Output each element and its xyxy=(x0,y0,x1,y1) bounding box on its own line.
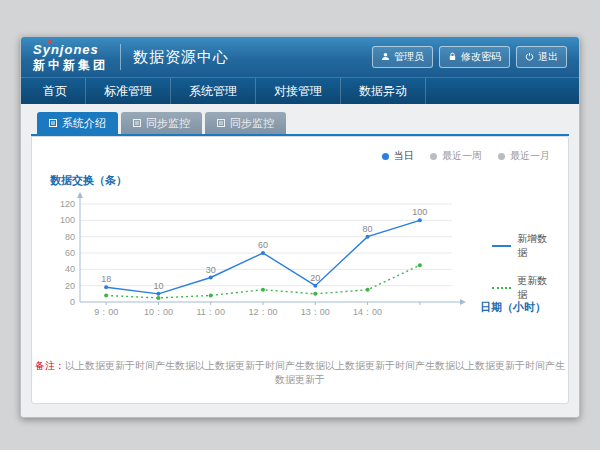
footnote-label: 备注： xyxy=(35,360,65,371)
logo: Synjones 新中新集团 xyxy=(33,43,108,71)
y-axis-label: 数据交换（条） xyxy=(50,173,556,188)
user-icon xyxy=(381,52,390,63)
chart-legend: 新增数据 更新数据 xyxy=(492,232,556,302)
app-header: Synjones 新中新集团 数据资源中心 管理员 修改密码 xyxy=(21,37,579,77)
admin-user-button[interactable]: 管理员 xyxy=(372,46,433,68)
tab-system-intro[interactable]: 系统介绍 xyxy=(37,112,118,134)
app-window: Synjones 新中新集团 数据资源中心 管理员 修改密码 xyxy=(20,36,580,418)
change-password-label: 修改密码 xyxy=(461,50,501,64)
filter-label: 当日 xyxy=(394,149,414,163)
svg-text:80: 80 xyxy=(363,224,373,234)
legend-label: 新增数据 xyxy=(517,232,556,260)
app-title: 数据资源中心 xyxy=(133,48,229,67)
svg-text:10：00: 10：00 xyxy=(144,307,173,317)
footnote-text: 以上数据更新于时间产生数据以上数据更新于时间产生数据以上数据更新于时间产生数据以… xyxy=(65,360,565,385)
line-swatch-solid-icon xyxy=(492,245,511,247)
filter-label: 最近一周 xyxy=(442,149,482,163)
nav-item-connect-mgmt[interactable]: 对接管理 xyxy=(256,78,341,104)
time-range-filters: 当日 最近一周 最近一月 xyxy=(382,149,550,163)
logo-dot-icon xyxy=(48,40,52,44)
filter-today[interactable]: 当日 xyxy=(382,149,414,163)
document-icon xyxy=(133,119,141,127)
tab-sync-monitor-1[interactable]: 同步监控 xyxy=(121,112,202,134)
legend-item-updated-data: 更新数据 xyxy=(492,274,556,302)
filter-last-week[interactable]: 最近一周 xyxy=(430,149,482,163)
svg-text:60: 60 xyxy=(258,240,268,250)
nav-item-home[interactable]: 首页 xyxy=(25,78,86,104)
svg-text:0: 0 xyxy=(70,297,75,307)
svg-text:60: 60 xyxy=(65,248,75,258)
logo-text: Synjones xyxy=(33,43,108,56)
footnote: 备注：以上数据更新于时间产生数据以上数据更新于时间产生数据以上数据更新于时间产生… xyxy=(32,359,568,387)
legend-label: 更新数据 xyxy=(517,274,556,302)
logout-button[interactable]: 退出 xyxy=(516,46,567,68)
radio-dot-icon xyxy=(498,153,505,160)
document-icon xyxy=(217,119,225,127)
tab-label: 同步监控 xyxy=(146,116,190,131)
document-icon xyxy=(49,119,57,127)
svg-text:9：00: 9：00 xyxy=(94,307,118,317)
svg-text:100: 100 xyxy=(60,215,75,225)
svg-text:80: 80 xyxy=(65,232,75,242)
chart-panel: 当日 最近一周 最近一月 数据交换（条） 0204060801001209：00… xyxy=(31,136,569,404)
logout-icon xyxy=(525,52,534,63)
tab-label: 同步监控 xyxy=(230,116,274,131)
lock-icon xyxy=(448,52,457,63)
svg-text:20: 20 xyxy=(65,281,75,291)
tab-sync-monitor-2[interactable]: 同步监控 xyxy=(205,112,286,134)
tab-strip: 系统介绍 同步监控 同步监控 xyxy=(31,112,569,136)
svg-text:120: 120 xyxy=(60,199,75,209)
logout-label: 退出 xyxy=(538,50,558,64)
filter-label: 最近一月 xyxy=(510,149,550,163)
change-password-button[interactable]: 修改密码 xyxy=(439,46,510,68)
data-exchange-line-chart: 0204060801001209：0010：0011：0012：0013：001… xyxy=(46,190,478,330)
radio-dot-icon xyxy=(382,153,389,160)
x-axis-label: 日期（小时） xyxy=(480,300,546,315)
svg-text:13：00: 13：00 xyxy=(301,307,330,317)
nav-item-data-change[interactable]: 数据异动 xyxy=(341,78,426,104)
main-nav: 首页 标准管理 系统管理 对接管理 数据异动 xyxy=(21,77,579,104)
radio-dot-icon xyxy=(430,153,437,160)
svg-text:20: 20 xyxy=(310,273,320,283)
svg-text:11：00: 11：00 xyxy=(197,307,225,317)
svg-text:30: 30 xyxy=(206,265,216,275)
svg-text:100: 100 xyxy=(412,207,427,217)
tab-label: 系统介绍 xyxy=(62,116,106,131)
svg-text:10: 10 xyxy=(153,281,163,291)
nav-item-system-mgmt[interactable]: 系统管理 xyxy=(171,78,256,104)
logo-subtext: 新中新集团 xyxy=(33,59,108,71)
svg-text:14：00: 14：00 xyxy=(353,307,382,317)
header-actions: 管理员 修改密码 退出 xyxy=(372,46,567,68)
nav-item-standard-mgmt[interactable]: 标准管理 xyxy=(86,78,171,104)
chart-area: 0204060801001209：0010：0011：0012：0013：001… xyxy=(44,190,556,358)
svg-text:12：00: 12：00 xyxy=(248,307,277,317)
content-area: 系统介绍 同步监控 同步监控 当日 xyxy=(21,104,579,418)
filter-last-month[interactable]: 最近一月 xyxy=(498,149,550,163)
line-swatch-dotted-icon xyxy=(492,287,511,289)
svg-text:40: 40 xyxy=(65,264,75,274)
admin-user-label: 管理员 xyxy=(394,50,424,64)
svg-text:18: 18 xyxy=(101,274,111,284)
legend-item-new-data: 新增数据 xyxy=(492,232,556,260)
header-divider xyxy=(120,44,121,70)
